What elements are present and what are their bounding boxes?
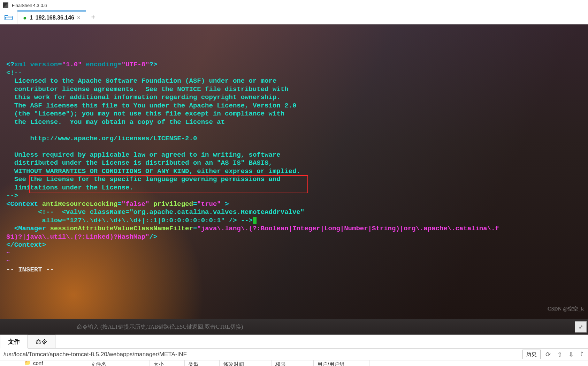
col-mtime[interactable]: 修改时间: [220, 360, 272, 366]
titlebar: FinalShell 4.3.0.6: [0, 0, 588, 10]
tab-close-icon[interactable]: ×: [77, 15, 80, 21]
bottom-tabs: 文件 命令: [0, 335, 588, 349]
cursor: [253, 217, 257, 224]
refresh-icon[interactable]: ⟳: [544, 351, 552, 358]
upload-icon[interactable]: ⇧: [556, 351, 564, 358]
tree-item-label: conf: [33, 360, 43, 366]
history-button[interactable]: 历史: [522, 350, 541, 359]
col-size[interactable]: 大小: [150, 360, 185, 366]
tabbar: ● 1 192.168.36.146 × +: [0, 10, 588, 24]
bottom-panel: 文件 命令 /usr/local/Tomcat/apache-tomcat-8.…: [0, 335, 588, 366]
highlight-box: [29, 175, 308, 193]
vim-mode: -- INSERT --: [6, 266, 54, 274]
tab-prefix: 1: [30, 15, 33, 21]
current-path: /usr/local/Tomcat/apache-tomcat-8.5.20/w…: [3, 351, 187, 358]
watermark: CSDN @空空_k: [548, 305, 584, 313]
xml-decl: <?: [6, 61, 14, 68]
tab-command[interactable]: 命令: [28, 335, 55, 348]
app-icon: [3, 2, 8, 8]
file-table-header: 文件名 大小 类型 修改时间 权限 用户/用户组: [0, 360, 588, 366]
col-perm[interactable]: 权限: [272, 360, 314, 366]
download-icon[interactable]: ⇩: [567, 351, 575, 358]
command-bar: ⤢: [0, 319, 588, 335]
tab-label: 192.168.36.146: [36, 15, 74, 21]
tab-file[interactable]: 文件: [0, 335, 28, 349]
more-icon[interactable]: ⤴: [579, 351, 585, 358]
add-tab-button[interactable]: +: [86, 10, 100, 24]
terminal[interactable]: <?xml version="1.0" encoding="UTF-8"?> <…: [0, 24, 588, 319]
open-folder-icon[interactable]: [0, 10, 17, 24]
col-type[interactable]: 类型: [185, 360, 220, 366]
col-name[interactable]: 文件名: [87, 360, 150, 366]
connection-tab[interactable]: ● 1 192.168.36.146 ×: [17, 10, 86, 24]
expand-button[interactable]: ⤢: [575, 321, 587, 333]
tree-item[interactable]: 📁 conf: [24, 360, 43, 366]
app-title: FinalShell 4.3.0.6: [12, 3, 47, 8]
terminal-content: <?xml version="1.0" encoding="UTF-8"?> <…: [6, 53, 582, 282]
folder-icon: 📁: [24, 360, 31, 366]
command-input[interactable]: [77, 321, 575, 333]
path-row: /usr/local/Tomcat/apache-tomcat-8.5.20/w…: [0, 349, 588, 360]
col-owner[interactable]: 用户/用户组: [314, 360, 369, 366]
